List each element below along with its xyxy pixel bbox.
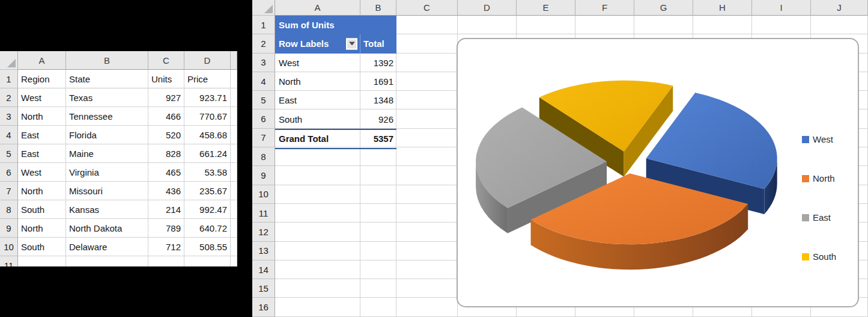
cell-b3[interactable]: Tennessee <box>66 107 148 126</box>
row-header-7[interactable]: 7 <box>252 129 275 147</box>
row-header-3[interactable]: 3 <box>0 107 18 126</box>
col-header-f[interactable]: F <box>575 0 634 16</box>
pivot-label-cell[interactable]: West <box>275 54 360 72</box>
row-header-5[interactable]: 5 <box>0 144 18 163</box>
pivot-value-cell[interactable]: 1348 <box>360 91 396 109</box>
pivot-row-south[interactable]: South 926 <box>275 109 396 128</box>
pie-chart-container[interactable]: WestNorthEastSouth <box>457 38 859 307</box>
cell-d4[interactable]: 458.68 <box>184 126 231 144</box>
col-header-c[interactable]: C <box>148 51 184 70</box>
cell-partial[interactable] <box>231 256 237 266</box>
col-header-j[interactable]: J <box>811 0 868 16</box>
cell-b14[interactable] <box>360 260 396 279</box>
col-header-b[interactable]: B <box>360 0 396 16</box>
pivot-total-header[interactable]: Total <box>360 34 396 53</box>
cell-c8[interactable] <box>396 147 458 166</box>
cell-partial[interactable] <box>231 70 237 88</box>
row-header-1[interactable]: 1 <box>252 16 275 34</box>
cell-b5[interactable]: Maine <box>66 144 148 163</box>
row-header-7[interactable]: 7 <box>0 182 18 200</box>
cell-c6[interactable] <box>396 109 458 128</box>
row-header-10[interactable]: 10 <box>252 185 275 204</box>
cell-partial[interactable] <box>231 126 237 144</box>
col-header-a[interactable]: A <box>18 51 66 70</box>
cell-b10[interactable]: Delaware <box>66 238 148 256</box>
cell-j1[interactable] <box>811 16 868 34</box>
cell-partial[interactable] <box>231 182 237 200</box>
grand-total-value[interactable]: 5357 <box>360 130 396 148</box>
cell-c4[interactable]: 520 <box>148 126 184 144</box>
row-header-8[interactable]: 8 <box>252 147 275 166</box>
cell-d3[interactable]: 770.67 <box>184 107 231 126</box>
cell-c3[interactable] <box>396 54 458 72</box>
cell-c14[interactable] <box>396 260 458 279</box>
row-header-9[interactable]: 9 <box>252 166 275 185</box>
row-header-6[interactable]: 6 <box>252 109 275 128</box>
cell-a15[interactable] <box>275 279 360 298</box>
cell-c10[interactable] <box>396 185 458 204</box>
row-header-10[interactable]: 10 <box>0 238 18 256</box>
row-header-16[interactable]: 16 <box>252 298 275 316</box>
cell-a3[interactable]: North <box>18 107 66 126</box>
select-all-corner[interactable] <box>252 0 275 16</box>
row-header-3[interactable]: 3 <box>252 54 275 72</box>
cell-b6[interactable]: Virginia <box>66 163 148 182</box>
col-header-g[interactable]: G <box>634 0 693 16</box>
cell-c5[interactable] <box>396 91 458 109</box>
cell-c13[interactable] <box>396 242 458 260</box>
cell-a1[interactable]: Region <box>18 70 66 88</box>
pivot-row-north[interactable]: North 1691 <box>275 72 396 91</box>
pivot-label-cell[interactable]: East <box>275 91 360 109</box>
pivot-label-cell[interactable]: South <box>275 109 360 128</box>
cell-b2[interactable]: Texas <box>66 88 148 107</box>
grand-total-label[interactable]: Grand Total <box>275 130 360 148</box>
row-header-6[interactable]: 6 <box>0 163 18 182</box>
cell-b8[interactable] <box>360 147 396 166</box>
cell-a13[interactable] <box>275 242 360 260</box>
cell-b15[interactable] <box>360 279 396 298</box>
cell-i1[interactable] <box>752 16 811 34</box>
cell-partial[interactable] <box>231 107 237 126</box>
cell-a2[interactable]: West <box>18 88 66 107</box>
cell-c9[interactable]: 789 <box>148 219 184 238</box>
cell-partial[interactable] <box>231 200 237 219</box>
col-header-b[interactable]: B <box>66 51 148 70</box>
row-header-4[interactable]: 4 <box>252 72 275 91</box>
cell-a7[interactable]: North <box>18 182 66 200</box>
row-header-9[interactable]: 9 <box>0 219 18 238</box>
cell-a9[interactable]: North <box>18 219 66 238</box>
cell-c7[interactable] <box>396 129 458 147</box>
col-header-d[interactable]: D <box>458 0 517 16</box>
pivot-label-cell[interactable]: North <box>275 72 360 91</box>
pivot-row-west[interactable]: West 1392 <box>275 54 396 72</box>
cell-c4[interactable] <box>396 72 458 91</box>
row-header-12[interactable]: 12 <box>252 223 275 241</box>
col-header-d[interactable]: D <box>184 51 231 70</box>
cell-partial[interactable] <box>231 238 237 256</box>
pivot-row-east[interactable]: East 1348 <box>275 91 396 109</box>
row-header-15[interactable]: 15 <box>252 279 275 298</box>
col-header-h[interactable]: H <box>693 0 752 16</box>
cell-c1[interactable] <box>396 16 458 34</box>
pivot-value-cell[interactable]: 1691 <box>360 72 396 91</box>
cell-b9[interactable] <box>360 166 396 185</box>
cell-c11[interactable] <box>148 256 184 266</box>
row-header-2[interactable]: 2 <box>0 88 18 107</box>
pivot-value-cell[interactable]: 926 <box>360 109 396 128</box>
cell-b10[interactable] <box>360 185 396 204</box>
cell-c5[interactable]: 828 <box>148 144 184 163</box>
cell-a10[interactable]: South <box>18 238 66 256</box>
row-header-5[interactable]: 5 <box>252 91 275 109</box>
cell-a4[interactable]: East <box>18 126 66 144</box>
cell-c11[interactable] <box>396 204 458 223</box>
col-header-e[interactable]: E <box>517 0 575 16</box>
cell-b7[interactable]: Missouri <box>66 182 148 200</box>
cell-a11[interactable] <box>18 256 66 266</box>
cell-a11[interactable] <box>275 204 360 223</box>
cell-b11[interactable] <box>66 256 148 266</box>
cell-e1[interactable] <box>517 16 575 34</box>
col-header-partial[interactable] <box>231 51 237 70</box>
row-header-14[interactable]: 14 <box>252 260 275 279</box>
cell-a12[interactable] <box>275 223 360 241</box>
cell-b8[interactable]: Kansas <box>66 200 148 219</box>
